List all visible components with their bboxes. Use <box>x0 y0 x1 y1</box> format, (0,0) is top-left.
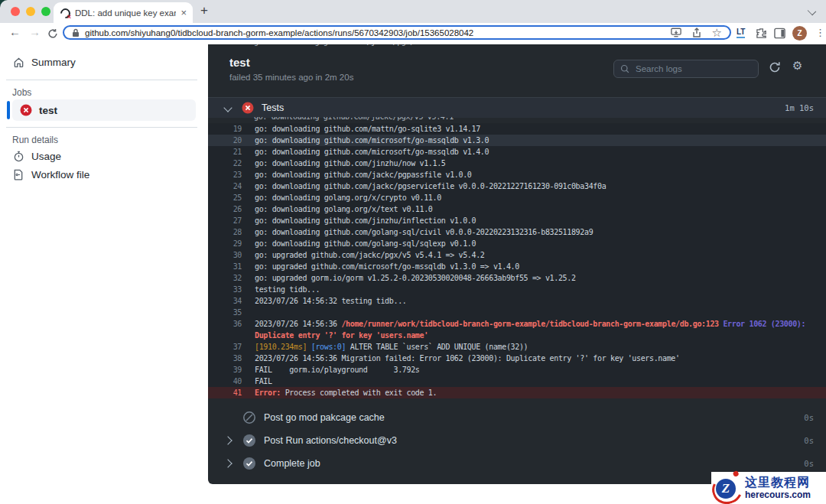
log-line[interactable]: 25go: downloading golang.org/x/crypto v0… <box>208 192 826 203</box>
refresh-logs-icon[interactable] <box>769 61 781 73</box>
watermark-badge: Z 这里教程网 herecours.com <box>711 472 826 504</box>
sidebar-item-usage[interactable]: Usage <box>12 151 61 162</box>
side-panel-icon[interactable] <box>774 28 785 39</box>
browser-tab[interactable]: × DDL: add unique key example × <box>54 2 193 23</box>
log-line-number[interactable]: 36 <box>208 318 242 341</box>
chevron-down-icon[interactable] <box>223 103 232 112</box>
log-line-text: testing tidb... <box>255 284 826 295</box>
log-line-number[interactable]: 39 <box>208 364 242 376</box>
log-line-number[interactable]: 19 <box>208 123 242 135</box>
log-line[interactable]: 22go: downloading github.com/jinzhu/now … <box>208 158 826 169</box>
log-line-number[interactable]: 24 <box>208 180 242 192</box>
log-line[interactable]: 21go: downloading github.com/microsoft/g… <box>208 146 826 158</box>
log-line-number[interactable]: 41 <box>208 387 242 398</box>
log-line-text: 2023/07/26 14:56:36 /home/runner/work/ti… <box>255 318 826 341</box>
chevron-right-icon[interactable] <box>225 460 243 467</box>
log-line[interactable]: 342023/07/26 14:56:32 testing tidb... <box>208 295 826 307</box>
browser-window: × DDL: add unique key example × + ← → gi… <box>0 0 826 504</box>
sidebar-item-label: Usage <box>31 151 61 162</box>
log-line-number[interactable]: 38 <box>208 353 242 364</box>
log-line[interactable]: 28go: downloading github.com/golang-sql/… <box>208 226 826 238</box>
sidebar-item-summary[interactable]: Summary <box>12 57 76 68</box>
log-line-number[interactable]: 21 <box>208 146 242 158</box>
install-icon[interactable] <box>671 28 681 37</box>
chevron-down-icon[interactable] <box>808 7 816 15</box>
bookmark-star-icon[interactable]: ☆ <box>712 27 722 38</box>
log-line-number[interactable]: 31 <box>208 261 242 272</box>
log-line[interactable]: 39FAIL gorm.io/playground 3.792s <box>208 364 826 376</box>
search-logs-box[interactable] <box>613 60 759 78</box>
log-line-number[interactable]: 35 <box>208 307 242 318</box>
reload-button[interactable] <box>47 28 58 39</box>
failed-x-circle-icon <box>242 102 254 114</box>
log-line-number[interactable]: 32 <box>208 272 242 284</box>
log-line-number[interactable]: 40 <box>208 376 242 387</box>
log-line-number[interactable]: 34 <box>208 295 242 307</box>
log-line-number[interactable]: 37 <box>208 341 242 353</box>
back-button[interactable]: ← <box>9 25 21 38</box>
browser-menu-icon[interactable]: ⋮ <box>815 27 825 38</box>
log-line-number[interactable]: 28 <box>208 226 242 238</box>
log-line-number[interactable]: 20 <box>208 135 242 146</box>
log-line[interactable]: 30go: upgraded github.com/jackc/pgx/v5 v… <box>208 249 826 261</box>
log-line-number[interactable]: 29 <box>208 238 242 249</box>
log-line[interactable]: 19go: downloading github.com/mattn/go-sq… <box>208 123 826 135</box>
log-line[interactable]: 31go: upgraded github.com/microsoft/go-m… <box>208 261 826 272</box>
sidebar-item-workflow-file[interactable]: Workflow file <box>12 169 89 180</box>
log-line-text: go: downloading golang.org/x/crypto v0.1… <box>255 192 826 203</box>
log-line[interactable]: 23go: downloading github.com/jackc/pgpas… <box>208 169 826 180</box>
log-line-number[interactable]: 22 <box>208 158 242 169</box>
languagetool-extension-icon[interactable]: LT <box>737 28 745 38</box>
post-step-label: Post Run actions/checkout@v3 <box>264 435 397 446</box>
log-line-number[interactable]: 26 <box>208 203 242 215</box>
minimize-window-button[interactable] <box>26 7 35 16</box>
log-line-text: go: upgraded github.com/jackc/pgx/v5 v5.… <box>255 249 826 261</box>
close-window-button[interactable] <box>11 7 20 16</box>
forward-button[interactable]: → <box>29 25 41 38</box>
log-line[interactable]: 37[1910.234ms] [rows:0] ALTER TABLE `use… <box>208 341 826 353</box>
watermark-logo-icon: Z <box>711 473 742 503</box>
log-line[interactable]: 33testing tidb... <box>208 284 826 295</box>
post-steps: Post go mod pakcage cache0sPost Run acti… <box>208 406 826 475</box>
log-settings-gear-icon[interactable]: ⚙ <box>792 59 802 73</box>
log-group-duration: 1m 10s <box>785 103 814 112</box>
log-line[interactable]: 382023/07/26 14:56:36 Migration failed: … <box>208 353 826 364</box>
share-icon[interactable] <box>692 28 701 38</box>
selected-indicator <box>7 101 10 119</box>
post-step-row[interactable]: Post Run actions/checkout@v30s <box>208 429 826 452</box>
partial-log-line: go: downloading github.com/jackc/pgx/v5 … <box>254 117 789 123</box>
address-bar[interactable]: github.com/shiyuhang0/tidbcloud-branch-g… <box>63 25 731 40</box>
log-line[interactable]: 20go: downloading github.com/microsoft/g… <box>208 135 826 146</box>
log-line-text: go: upgraded github.com/microsoft/go-mss… <box>255 261 826 272</box>
log-line[interactable]: 35 <box>208 307 826 318</box>
lock-icon[interactable] <box>72 28 80 37</box>
log-line-number[interactable]: 30 <box>208 249 242 261</box>
log-line-number[interactable]: 25 <box>208 192 242 203</box>
log-line[interactable]: 24go: downloading github.com/jackc/pgser… <box>208 180 826 192</box>
log-line-text: 2023/07/26 14:56:32 testing tidb... <box>255 295 826 307</box>
extensions-puzzle-icon[interactable] <box>756 28 767 39</box>
log-line-number[interactable]: 33 <box>208 284 242 295</box>
log-group-tests[interactable]: Tests 1m 10s <box>208 97 826 118</box>
tab-close-icon[interactable]: × <box>180 7 187 18</box>
log-line[interactable]: 26go: downloading golang.org/x/text v0.1… <box>208 203 826 215</box>
log-line[interactable]: 41Error: Process completed with exit cod… <box>208 387 826 398</box>
log-line[interactable]: 40FAIL <box>208 376 826 387</box>
log-line-number[interactable]: 27 <box>208 215 242 226</box>
log-line[interactable]: 32go: upgraded gorm.io/gorm v1.25.2-0.20… <box>208 272 826 284</box>
new-tab-button[interactable]: + <box>200 3 208 18</box>
log-line-number[interactable]: 23 <box>208 169 242 180</box>
sidebar-item-job-test[interactable]: test <box>12 99 196 121</box>
log-group-label: Tests <box>262 102 284 113</box>
zoom-window-button[interactable] <box>41 7 50 16</box>
log-line-text: Error: Process completed with exit code … <box>255 387 826 398</box>
log-line[interactable]: 27go: downloading github.com/jinzhu/infl… <box>208 215 826 226</box>
log-line[interactable]: 362023/07/26 14:56:36 /home/runner/work/… <box>208 318 826 341</box>
log-line-text: go: downloading github.com/golang-sql/sq… <box>255 238 826 249</box>
divider <box>6 127 197 128</box>
chevron-right-icon[interactable] <box>225 437 243 444</box>
log-line[interactable]: 29go: downloading github.com/golang-sql/… <box>208 238 826 249</box>
profile-avatar[interactable]: Z <box>792 26 807 41</box>
search-logs-input[interactable] <box>634 63 737 74</box>
post-step-row[interactable]: Post go mod pakcage cache0s <box>208 406 826 429</box>
